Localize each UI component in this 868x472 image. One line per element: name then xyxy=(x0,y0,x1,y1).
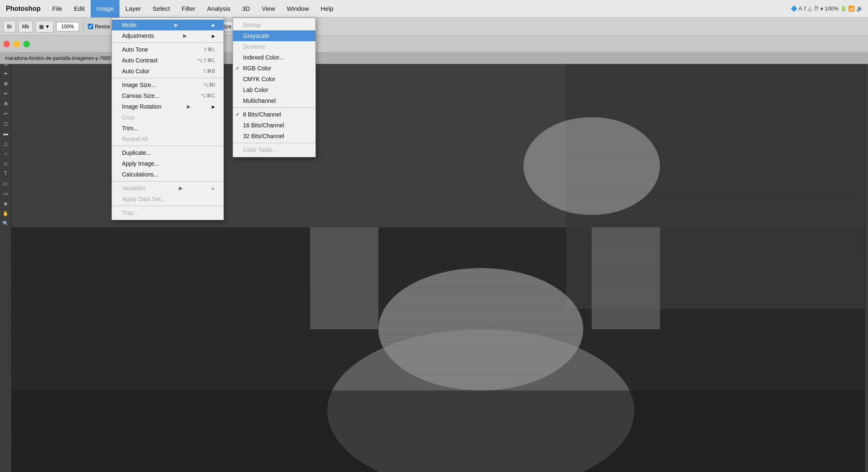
menu-item-crop[interactable]: Crop xyxy=(112,112,223,123)
mode-submenu-dropdown: Bitmap Grayscale Duotone Indexed Color..… xyxy=(233,17,316,157)
mode-item-duotone[interactable]: Duotone xyxy=(233,41,315,52)
menu-item-image-size[interactable]: Image Size... ⌥⌘I xyxy=(112,79,223,90)
mode-separator-1 xyxy=(233,107,315,108)
tool-heal[interactable]: ⊕ xyxy=(1,79,10,88)
menu-item-reveal-all[interactable]: Reveal All xyxy=(112,134,223,144)
menubar-item-help[interactable]: Help xyxy=(315,0,340,17)
menubar-item-filter[interactable]: Filter xyxy=(176,0,201,17)
mini-bridge-button[interactable]: Mb xyxy=(18,21,33,32)
tool-dodge[interactable]: ○ xyxy=(1,149,10,158)
tool-pen[interactable]: ◇ xyxy=(1,159,10,168)
menu-separator-3 xyxy=(112,146,223,146)
bridge-button[interactable]: Br xyxy=(3,21,16,32)
tool-brush[interactable]: ✏ xyxy=(1,89,10,98)
menu-item-duplicate[interactable]: Duplicate... xyxy=(112,147,223,158)
menubar-item-layer[interactable]: Layer xyxy=(119,0,147,17)
mode-item-lab-color[interactable]: Lab Color xyxy=(233,84,315,95)
menubar-item-select[interactable]: Select xyxy=(147,0,176,17)
menu-item-auto-color[interactable]: Auto Color ⇧⌘B xyxy=(112,66,223,77)
menu-item-variables[interactable]: Variables ▶ xyxy=(112,183,223,194)
image-menu-dropdown: Mode ▶ Adjustments ▶ Auto Tone ⇧⌘L Auto … xyxy=(112,17,224,220)
menu-separator-4 xyxy=(112,181,223,181)
mode-item-16bit[interactable]: 16 Bits/Channel xyxy=(233,120,315,131)
menu-separator-5 xyxy=(112,206,223,206)
tool-eyedropper[interactable]: ✒ xyxy=(1,69,10,78)
menu-separator-2 xyxy=(112,78,223,78)
mode-separator-2 xyxy=(233,143,315,143)
menu-item-trap[interactable]: Trap... xyxy=(112,207,223,218)
tool-path-select[interactable]: ▷ xyxy=(1,179,10,188)
tool-history[interactable]: ↩ xyxy=(1,109,10,118)
menubar: Photoshop File Edit Image Layer Select F… xyxy=(0,0,868,17)
menubar-item-analysis[interactable]: Analysis xyxy=(201,0,236,17)
system-icons: 🔷 A 7 △ ⏱ ♦ 100% 🔋 📶 🔊 xyxy=(791,5,863,12)
menubar-item-image[interactable]: Image xyxy=(91,0,120,17)
tool-hand[interactable]: ✋ xyxy=(1,209,10,218)
window-maximize-button[interactable] xyxy=(23,41,30,47)
menubar-item-window[interactable]: Window xyxy=(281,0,315,17)
menu-item-trim[interactable]: Trim... xyxy=(112,123,223,134)
resize-windows-checkbox[interactable] xyxy=(88,24,93,29)
tool-stamp[interactable]: ⊗ xyxy=(1,99,10,108)
window-close-button[interactable] xyxy=(3,41,10,47)
right-panels xyxy=(865,17,868,472)
menubar-item-view[interactable]: View xyxy=(256,0,281,17)
menu-item-auto-tone[interactable]: Auto Tone ⇧⌘L xyxy=(112,44,223,55)
tool-3d[interactable]: ◈ xyxy=(1,199,10,208)
menu-separator-1 xyxy=(112,42,223,43)
window-minimize-button[interactable] xyxy=(13,41,20,47)
mode-item-8bit[interactable]: 8 Bits/Channel xyxy=(233,109,315,120)
menu-item-calculations[interactable]: Calculations... xyxy=(112,169,223,180)
mode-item-cmyk-color[interactable]: CMYK Color xyxy=(233,74,315,84)
mode-item-color-table[interactable]: Color Table... xyxy=(233,144,315,155)
mode-item-multichannel[interactable]: Multichannel xyxy=(233,95,315,106)
mode-item-grayscale[interactable]: Grayscale xyxy=(233,30,315,41)
mode-item-rgb-color[interactable]: RGB Color xyxy=(233,63,315,74)
menu-item-apply-data-set[interactable]: Apply Data Set... xyxy=(112,194,223,204)
menubar-item-3d[interactable]: 3D xyxy=(236,0,256,17)
menubar-item-photoshop[interactable]: Photoshop xyxy=(0,0,47,17)
extras-button[interactable]: ▦ ▼ xyxy=(35,21,54,32)
menubar-right: 🔷 A 7 △ ⏱ ♦ 100% 🔋 📶 🔊 xyxy=(791,5,868,12)
menu-item-canvas-size[interactable]: Canvas Size... ⌥⌘C xyxy=(112,90,223,101)
menu-item-apply-image[interactable]: Apply Image... xyxy=(112,158,223,169)
mode-item-bitmap[interactable]: Bitmap xyxy=(233,20,315,30)
tool-eraser[interactable]: ◻ xyxy=(1,119,10,128)
mode-item-32bit[interactable]: 32 Bits/Channel xyxy=(233,131,315,142)
menubar-item-edit[interactable]: Edit xyxy=(68,0,91,17)
menu-item-image-rotation[interactable]: Image Rotation ▶ xyxy=(112,101,223,112)
menubar-item-file[interactable]: File xyxy=(47,0,68,17)
menu-item-mode[interactable]: Mode ▶ xyxy=(112,20,223,30)
menu-item-adjustments[interactable]: Adjustments ▶ xyxy=(112,30,223,41)
window-controls xyxy=(3,41,30,47)
tool-blur[interactable]: △ xyxy=(1,139,10,148)
tool-text[interactable]: T xyxy=(1,169,10,178)
tool-zoom[interactable]: 🔍 xyxy=(1,219,10,228)
mode-item-indexed-color[interactable]: Indexed Color... xyxy=(233,52,315,63)
menu-item-auto-contrast[interactable]: Auto Contrast ⌥⇧⌘L xyxy=(112,55,223,66)
left-tools-panel: ✥ ⬚ ⌾ ⊛ ⊞ ✒ ⊕ ✏ ⊗ ↩ ◻ ▬ △ ○ ◇ T ▷ ▭ ◈ ✋ … xyxy=(0,17,12,472)
zoom-input[interactable]: 100% xyxy=(56,22,79,31)
tool-gradient[interactable]: ▬ xyxy=(1,129,10,138)
toolbar-separator-1 xyxy=(83,21,84,32)
tool-shape[interactable]: ▭ xyxy=(1,189,10,198)
